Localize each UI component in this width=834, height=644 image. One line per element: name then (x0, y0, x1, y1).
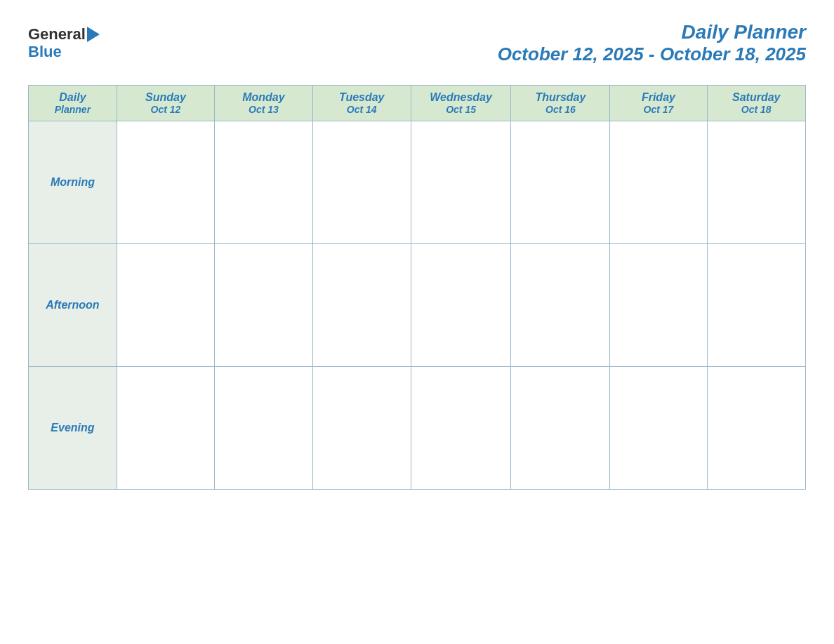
planner-table: Daily Planner Sunday Oct 12 Monday Oct 1… (28, 85, 806, 490)
evening-sunday-cell[interactable] (117, 367, 214, 490)
logo-triangle-icon (87, 27, 100, 42)
header-cell-monday: Monday Oct 13 (215, 86, 313, 121)
label-day: Daily (33, 91, 112, 104)
monday-date: Oct 13 (219, 104, 308, 115)
logo-general-text: General (28, 26, 86, 43)
morning-friday-cell[interactable] (610, 121, 707, 244)
monday-name: Monday (219, 91, 308, 104)
afternoon-thursday-cell[interactable] (511, 244, 610, 367)
afternoon-label: Afternoon (29, 244, 117, 367)
morning-monday-cell[interactable] (215, 121, 313, 244)
logo-blue-text: Blue (28, 43, 100, 60)
header-cell-sunday: Sunday Oct 12 (117, 86, 214, 121)
header-cell-tuesday: Tuesday Oct 14 (312, 86, 411, 121)
header-cell-thursday: Thursday Oct 16 (511, 86, 610, 121)
friday-date: Oct 17 (614, 104, 702, 115)
saturday-name: Saturday (712, 91, 802, 104)
morning-tuesday-cell[interactable] (312, 121, 411, 244)
morning-saturday-cell[interactable] (707, 121, 806, 244)
header-row: Daily Planner Sunday Oct 12 Monday Oct 1… (29, 86, 806, 121)
logo: General Blue (28, 26, 100, 60)
morning-row: Morning (29, 121, 806, 244)
label-secondary: Planner (33, 104, 112, 115)
tuesday-date: Oct 14 (317, 104, 406, 115)
header-cell-label: Daily Planner (29, 86, 117, 121)
evening-wednesday-cell[interactable] (411, 367, 511, 490)
thursday-date: Oct 16 (515, 104, 605, 115)
page-header: General Blue Daily Planner October 12, 2… (28, 21, 806, 65)
saturday-date: Oct 18 (712, 104, 802, 115)
evening-tuesday-cell[interactable] (312, 367, 411, 490)
afternoon-wednesday-cell[interactable] (411, 244, 511, 367)
morning-wednesday-cell[interactable] (411, 121, 511, 244)
title-block: Daily Planner October 12, 2025 - October… (498, 21, 806, 65)
wednesday-date: Oct 15 (416, 104, 507, 115)
morning-label: Morning (29, 121, 117, 244)
evening-thursday-cell[interactable] (511, 367, 610, 490)
friday-name: Friday (614, 91, 702, 104)
sunday-name: Sunday (121, 91, 210, 104)
header-cell-friday: Friday Oct 17 (610, 86, 707, 121)
evening-friday-cell[interactable] (610, 367, 707, 490)
date-range: October 12, 2025 - October 18, 2025 (498, 43, 806, 65)
evening-saturday-cell[interactable] (707, 367, 806, 490)
afternoon-monday-cell[interactable] (215, 244, 313, 367)
evening-monday-cell[interactable] (215, 367, 313, 490)
sunday-date: Oct 12 (121, 104, 210, 115)
afternoon-row: Afternoon (29, 244, 806, 367)
evening-row: Evening (29, 367, 806, 490)
afternoon-tuesday-cell[interactable] (312, 244, 411, 367)
morning-sunday-cell[interactable] (117, 121, 214, 244)
header-cell-saturday: Saturday Oct 18 (707, 86, 806, 121)
page-title: Daily Planner (498, 21, 806, 43)
morning-thursday-cell[interactable] (511, 121, 610, 244)
thursday-name: Thursday (515, 91, 605, 104)
afternoon-friday-cell[interactable] (610, 244, 707, 367)
afternoon-saturday-cell[interactable] (707, 244, 806, 367)
evening-label: Evening (29, 367, 117, 490)
afternoon-sunday-cell[interactable] (117, 244, 214, 367)
wednesday-name: Wednesday (416, 91, 507, 104)
tuesday-name: Tuesday (317, 91, 406, 104)
header-cell-wednesday: Wednesday Oct 15 (411, 86, 511, 121)
